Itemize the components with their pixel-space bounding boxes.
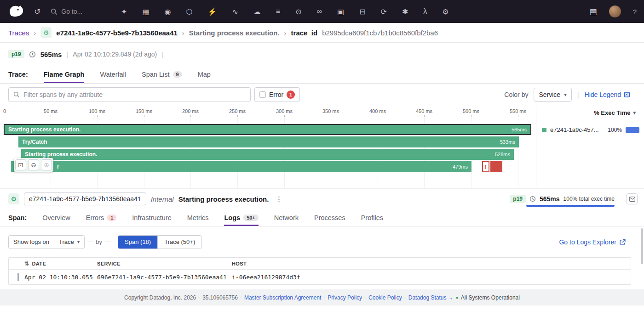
axis-tickmark (51, 115, 51, 117)
divider: | (66, 51, 68, 58)
help-icon[interactable]: ? (633, 8, 637, 16)
datadog-dog-icon (8, 5, 24, 18)
tab-text: Map (198, 71, 211, 78)
user-avatar[interactable] (609, 6, 621, 17)
service-apm-icon: ⚙ (8, 193, 19, 204)
flame-zoom-controls: ⊡ ⊖ ⊕ (14, 158, 53, 172)
show-logs-on-label: Show logs on (9, 236, 54, 249)
monitors-icon[interactable]: ⊙ (295, 7, 301, 16)
exec-time-sort[interactable]: % Exec Time ▾ (594, 109, 636, 116)
chevron-right-icon: › (182, 29, 184, 37)
infrastructure-icon[interactable]: ⬡ (186, 7, 193, 16)
span-name: Starting process execution. (178, 195, 269, 203)
flame-span-child[interactable]: Starting process execution. 528ms (21, 149, 514, 160)
product-nav: ✦ ▦ ◉ ⬡ ⚡ ∿ ☁ ≡ ⊙ ∞ ▣ ⊟ ⟳ ✱ λ ⚙ (121, 0, 449, 23)
error-span-bar[interactable] (490, 161, 502, 172)
axis-tickmark (331, 115, 331, 117)
integrations-icon[interactable]: ⚙ (442, 7, 448, 16)
database-icon[interactable]: ⊟ (359, 7, 365, 16)
tab-network[interactable]: Network (274, 209, 299, 226)
watchdog-icon[interactable]: ◉ (165, 7, 171, 16)
tab-profiles[interactable]: Profiles (361, 209, 383, 226)
dashboards-icon[interactable]: ▦ (142, 7, 149, 16)
flame-span-root[interactable]: Starting process execution. 565ms (4, 124, 531, 135)
span-filter-input[interactable] (23, 91, 246, 98)
error-count-badge: 1 (287, 90, 295, 99)
ci-icon[interactable]: ⟳ (381, 7, 387, 16)
service-apm-icon: ⚙ (40, 27, 52, 38)
org-icon[interactable]: ▤ (590, 7, 597, 17)
logs-scope-select[interactable]: Trace ▾ (54, 236, 84, 249)
tab-span-list[interactable]: Span List 9 (142, 66, 182, 83)
flame-span-try-catch[interactable]: Try/Catch 533ms (18, 136, 519, 147)
tab-infrastructure[interactable]: Infrastructure (132, 209, 171, 226)
footer-link-status[interactable]: Datadog Status → (408, 294, 454, 301)
axis-tickmark (97, 115, 98, 117)
history-icon[interactable]: ↺ (34, 7, 40, 17)
clock-icon (529, 196, 536, 202)
vertical-scrollbar[interactable] (641, 228, 643, 264)
footer-link-msa[interactable]: Master Subscription Agreement (244, 294, 321, 301)
tab-text: Span List (142, 71, 169, 78)
hide-legend-link[interactable]: Hide Legend (585, 91, 630, 98)
log-severity-stripe (17, 273, 19, 281)
column-date[interactable]: DATE (32, 261, 46, 266)
datadog-logo[interactable] (8, 5, 24, 18)
span-logs-toggle[interactable]: Span (18) (118, 236, 157, 249)
logs-icon[interactable]: ≡ (276, 7, 280, 16)
apm-icon[interactable]: ⚡ (207, 7, 217, 16)
synthetics-icon[interactable]: ∞ (317, 7, 322, 16)
security-icon[interactable]: ▣ (337, 7, 344, 16)
span-id-chip[interactable]: e7241-1a9c-4577-b5e9-7b13560eaa41 (24, 192, 146, 205)
kebab-menu-icon[interactable]: ⋮ (273, 195, 284, 204)
axis-tick: 550 ms (510, 108, 526, 114)
breadcrumb-trace-id-value: b2995dca609f1cb7b1b0c8560fbf2ba6 (322, 29, 438, 37)
footer-link-privacy[interactable]: Privacy Policy (328, 294, 362, 301)
column-host[interactable]: HOST (232, 261, 631, 266)
metrics-icon[interactable]: ∿ (232, 7, 238, 16)
flame-span-deep[interactable]: r 479ms (11, 161, 472, 172)
flame-span-duration: 533ms (500, 139, 515, 145)
tab-processes[interactable]: Processes (314, 209, 345, 226)
footer-link-cookie[interactable]: Cookie Policy (368, 294, 402, 301)
tab-logs[interactable]: Logs 50+ (224, 209, 258, 226)
breadcrumb-traces-link[interactable]: Traces (8, 29, 29, 37)
flame-span-duration: 528ms (495, 152, 510, 157)
legend-exec-bar (626, 127, 639, 133)
tab-flame-graph[interactable]: Flame Graph (44, 66, 85, 83)
chevron-right-icon: › (34, 29, 36, 37)
zoom-out-icon[interactable]: ⊖ (28, 159, 39, 170)
go-to-logs-explorer-link[interactable]: Go to Logs Explorer (559, 238, 626, 246)
hide-legend-text: Hide Legend (585, 91, 621, 98)
tab-map[interactable]: Map (198, 66, 211, 83)
zoom-in-icon[interactable]: ⊕ (41, 159, 52, 170)
tab-waterfall[interactable]: Waterfall (100, 66, 126, 83)
zoom-fit-icon[interactable]: ⊡ (15, 159, 26, 170)
color-by-select[interactable]: Service ▾ (534, 88, 571, 102)
serverless-icon[interactable]: λ (423, 7, 427, 16)
tab-errors[interactable]: Errors 1 (86, 209, 117, 226)
column-service[interactable]: SERVICE (97, 261, 232, 266)
error-span-marker[interactable]: ! (482, 161, 489, 172)
tab-metrics[interactable]: Metrics (187, 209, 209, 226)
collapse-panel-button[interactable] (627, 193, 638, 204)
tab-overview[interactable]: Overview (42, 209, 70, 226)
logs-count-badge: 50+ (243, 215, 259, 221)
tab-text: Logs (224, 214, 240, 221)
trace-logs-toggle[interactable]: Trace (50+) (157, 236, 201, 249)
global-search[interactable]: Go to... (51, 8, 82, 15)
breadcrumb: Traces › ⚙ e7241-1a9c-4577-b5e9-7b13560e… (0, 23, 644, 43)
error-filter-toggle[interactable]: Error 1 (254, 87, 300, 102)
legend-service-row[interactable]: e7241-1a9c-457... 100% (536, 126, 644, 133)
chevron-down-icon: ▾ (564, 92, 567, 98)
cloud-icon[interactable]: ☁ (253, 7, 261, 16)
axis-tick: 400 ms (369, 108, 386, 114)
breadcrumb-span-id[interactable]: e7241-1a9c-4577-b5e9-7b13560eaa41 (56, 29, 178, 37)
error-checkbox[interactable] (259, 91, 266, 98)
pin-icon[interactable]: ✦ (121, 7, 127, 16)
log-row[interactable]: Apr 02 10:10:30.055 696e7241-1a9c-4577-b… (9, 270, 631, 284)
sort-icon[interactable]: ⇅ (24, 260, 29, 267)
flame-graph-canvas[interactable]: 0 50 ms 100 ms 150 ms 200 ms 250 ms 300 … (0, 106, 536, 188)
tab-text: Overview (42, 214, 70, 221)
error-tracking-icon[interactable]: ✱ (402, 7, 408, 16)
